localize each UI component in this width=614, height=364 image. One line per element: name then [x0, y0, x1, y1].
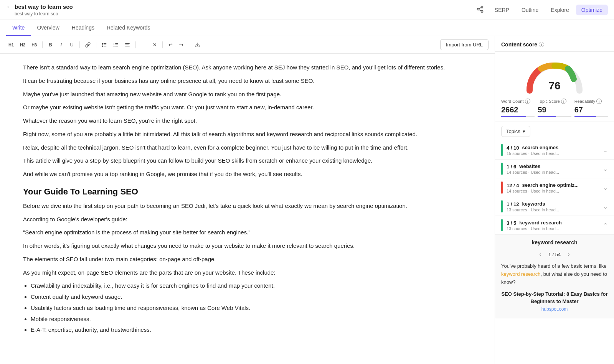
editor-content[interactable]: There isn't a standard way to learn sear…	[0, 54, 495, 364]
svg-point-9	[102, 44, 103, 45]
paragraph-8: This article will give you a step-by-ste…	[23, 156, 472, 166]
header-left: ← best way to learn seo best way to lear…	[6, 3, 73, 16]
topic-item-keywords[interactable]: 1 / 12 keywords 13 sources · Used in hea…	[495, 197, 614, 216]
toolbar-separator-4	[135, 41, 136, 48]
tab-overview[interactable]: Overview	[31, 20, 65, 36]
topics-list: 4 / 10 search engines 15 sources · Used …	[495, 141, 614, 364]
topic-item-search-engines[interactable]: 4 / 10 search engines 15 sources · Used …	[495, 141, 614, 160]
topic-meta-2: 14 sources · Used in head...	[507, 170, 600, 175]
topic-bar-5	[501, 219, 503, 231]
topic-item-seo[interactable]: 12 / 4 search engine optimiz... 14 sourc…	[495, 178, 614, 197]
unordered-list-button[interactable]	[99, 41, 109, 49]
link-button[interactable]	[83, 41, 93, 49]
back-link[interactable]: ← best way to learn seo	[6, 3, 73, 10]
paragraph-1: There isn't a standard way to learn sear…	[23, 63, 472, 72]
paragraph-15: As you might expect, on-page SEO element…	[23, 268, 472, 278]
topic-item-content-2: 1 / 6 websites 14 sources · Used in head…	[507, 163, 600, 175]
word-count-info-icon[interactable]: i	[525, 99, 530, 104]
topic-score-3: 12 / 4	[507, 183, 519, 188]
toolbar-separator-3	[96, 41, 96, 48]
snippet-text: You've probably heard of a few basic ter…	[501, 262, 608, 286]
topic-score-info-icon[interactable]: i	[561, 99, 566, 104]
toolbar-separator-5	[162, 41, 163, 48]
bold-button[interactable]: B	[46, 40, 55, 49]
page-next-button[interactable]: ›	[565, 250, 572, 259]
sub-tabs: Write Overview Headings Related Keywords	[0, 20, 614, 36]
underline-button[interactable]: U	[67, 40, 76, 49]
metric-topic-score-bar	[538, 116, 571, 117]
topic-bar-2	[501, 163, 503, 175]
svg-text:76: 76	[548, 80, 560, 92]
clear-format-button[interactable]: ✕	[150, 40, 159, 49]
section-heading: Your Guide To Learning SEO	[23, 187, 472, 197]
italic-button[interactable]: I	[56, 40, 66, 49]
topic-chevron-5-icon: ⌃	[603, 222, 608, 229]
metric-word-count-bar-fill	[501, 116, 526, 117]
topic-name-4: keywords	[522, 201, 545, 207]
tab-headings[interactable]: Headings	[66, 20, 101, 36]
redo-button[interactable]: ↪	[177, 40, 186, 49]
editor-area: H1 H2 H3 B I U 1.2.3.	[0, 36, 495, 364]
paragraph-11: According to Google's developer's guide:	[23, 215, 472, 224]
metric-readability-label: Readability i	[574, 99, 608, 104]
horizontal-rule-button[interactable]: —	[139, 40, 149, 49]
topic-item-content-1: 4 / 10 search engines 15 sources · Used …	[507, 145, 600, 156]
topic-bar-4	[501, 200, 503, 212]
gauge-svg: 76	[524, 58, 585, 92]
tab-write[interactable]: Write	[6, 20, 31, 36]
tab-optimize[interactable]: Optimize	[576, 5, 608, 15]
topic-chevron-2-icon: ⌄	[603, 165, 608, 173]
content-score-info-icon[interactable]: i	[539, 42, 544, 47]
toolbar-separator-1	[42, 41, 43, 48]
topics-dropdown[interactable]: Topics ▾	[501, 126, 530, 137]
topic-item-websites[interactable]: 1 / 6 websites 14 sources · Used in head…	[495, 160, 614, 178]
heading1-button[interactable]: H1	[6, 41, 16, 49]
highlight-keyword: keyword research	[501, 271, 541, 277]
metric-readability-bar	[574, 116, 608, 117]
source-url[interactable]: hubspot.com	[501, 306, 608, 312]
panel-title: Content score i	[501, 41, 608, 48]
pagination-row: ‹ 1 / 54 ›	[501, 250, 608, 259]
topics-dropdown-label: Topics	[506, 128, 520, 134]
share-icon[interactable]	[474, 3, 486, 16]
undo-button[interactable]: ↩	[166, 40, 175, 49]
svg-line-4	[479, 7, 481, 8]
metric-word-count-bar	[501, 116, 535, 117]
nav-tabs-right: SERP Outline Explore Optimize	[489, 5, 608, 15]
list-item-5: E-A-T: expertise, authority, and trustwo…	[31, 325, 472, 335]
topic-chevron-4-icon: ⌄	[603, 203, 608, 210]
metrics-row: Word Count i 2662 Topic Score i 59	[495, 96, 614, 122]
topic-chevron-1-icon: ⌄	[603, 147, 608, 154]
page-prev-button[interactable]: ‹	[537, 250, 543, 259]
tab-related-keywords[interactable]: Related Keywords	[101, 20, 157, 36]
header: ← best way to learn seo best way to lear…	[0, 0, 614, 20]
tab-serp[interactable]: SERP	[489, 5, 515, 15]
topic-item-content-3: 12 / 4 search engine optimiz... 14 sourc…	[507, 182, 600, 193]
page-indicator: 1 / 54	[548, 252, 561, 257]
tab-outline[interactable]: Outline	[516, 5, 544, 15]
download-button[interactable]	[192, 41, 202, 49]
ordered-list-button[interactable]: 1.2.3.	[111, 41, 121, 49]
page-title: best way to learn seo	[15, 3, 73, 10]
paragraph-10: Before we dive into the first step on yo…	[23, 201, 472, 211]
import-url-button[interactable]: Import from URL	[440, 39, 489, 50]
heading3-button[interactable]: H3	[29, 41, 39, 49]
topic-item-keyword-research[interactable]: 3 / 5 keyword research 13 sources · Used…	[495, 216, 614, 235]
heading2-button[interactable]: H2	[18, 41, 28, 49]
topic-bar-1	[501, 144, 503, 156]
paragraph-6: Right now, some of you are probably a li…	[23, 130, 472, 139]
metric-word-count-label: Word Count i	[501, 99, 535, 104]
paragraph-14: The elements of SEO fall under two main …	[23, 255, 472, 264]
paragraph-5: Whatever the reason you want to learn SE…	[23, 116, 472, 126]
tab-explore[interactable]: Explore	[545, 5, 574, 15]
content-score-label: Content score	[501, 41, 537, 48]
topics-dropdown-chevron-icon: ▾	[523, 128, 525, 134]
blockquote-button[interactable]	[122, 41, 132, 49]
topic-meta-4: 13 sources · Used in head...	[507, 208, 600, 212]
paragraph-13: In other words, it's figuring out exactl…	[23, 241, 472, 251]
toolbar-left: H1 H2 H3 B I U 1.2.3.	[6, 40, 202, 49]
header-right: SERP Outline Explore Optimize	[474, 3, 608, 16]
readability-info-icon[interactable]: i	[596, 99, 602, 104]
metric-topic-score: Topic Score i 59	[538, 99, 571, 117]
topic-name-3: search engine optimiz...	[522, 182, 579, 188]
